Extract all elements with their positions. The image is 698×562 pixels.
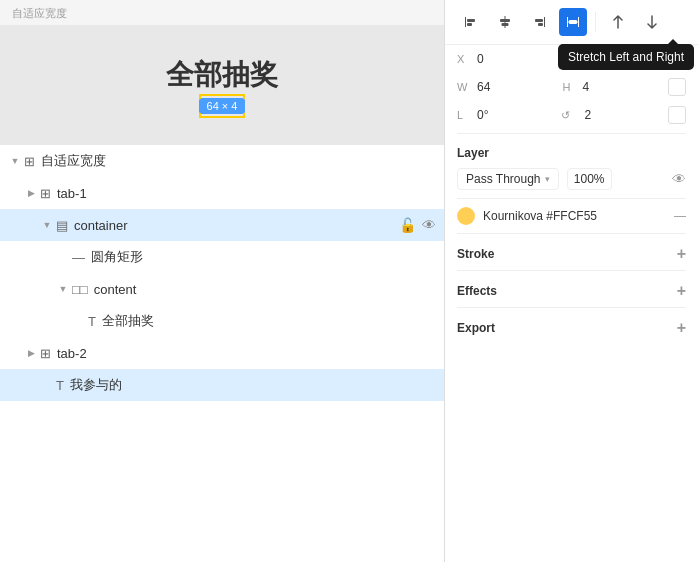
layer-name-text2: 我参与的 — [70, 376, 436, 394]
fill-name: Kournikova #FFCF55 — [483, 209, 666, 223]
export-title: Export — [457, 321, 495, 335]
layer-item-text1[interactable]: T全部抽奖 — [0, 305, 444, 337]
h-value[interactable]: 4 — [583, 80, 661, 94]
divider-3 — [457, 233, 686, 234]
layer-icon-text2: T — [56, 378, 64, 393]
blend-mode-chevron: ▾ — [545, 174, 550, 184]
blend-mode-select[interactable]: Pass Through ▾ — [457, 168, 559, 190]
w-value[interactable]: 64 — [477, 80, 555, 94]
svg-rect-8 — [538, 23, 543, 26]
layer-name-text1: 全部抽奖 — [102, 312, 436, 330]
fill-row[interactable]: Kournikova #FFCF55 — — [445, 203, 698, 229]
svg-rect-6 — [544, 17, 545, 27]
layer-action-container[interactable]: 👁 — [422, 217, 436, 233]
align-center-h-button[interactable] — [491, 8, 519, 36]
alignment-toolbar: Stretch Left and Right — [445, 0, 698, 45]
divider-4 — [457, 270, 686, 271]
layer-name-rect: 圆角矩形 — [91, 248, 436, 266]
l-value[interactable]: 0° — [477, 108, 553, 122]
layer-name-root: 自适应宽度 — [41, 152, 436, 170]
opacity-field[interactable]: 100% — [567, 168, 612, 190]
layer-item-content[interactable]: □□content — [0, 273, 444, 305]
layer-item-text2[interactable]: T我参与的 — [0, 369, 444, 401]
layer-icon-container: ▤ — [56, 218, 68, 233]
svg-rect-2 — [467, 23, 472, 26]
divider-5 — [457, 307, 686, 308]
effects-title: Effects — [457, 284, 497, 298]
svg-rect-4 — [500, 19, 510, 22]
l-label: L — [457, 109, 469, 121]
canvas-content: 全部抽奖 64 × 4 — [166, 56, 278, 114]
layer-icon-content: □□ — [72, 282, 88, 297]
position-l-row: L 0° ↺ 2 — [445, 101, 698, 129]
layer-icon-root: ⊞ — [24, 154, 35, 169]
svg-rect-7 — [535, 19, 543, 22]
layer-icon-tab1: ⊞ — [40, 186, 51, 201]
blend-mode-row[interactable]: Pass Through ▾ 100% 👁 — [445, 164, 698, 194]
layer-name-content: content — [94, 282, 436, 297]
stroke-add-button[interactable]: + — [677, 246, 686, 262]
svg-rect-0 — [465, 17, 466, 27]
align-right-button[interactable] — [525, 8, 553, 36]
effects-section-header: Effects + — [445, 275, 698, 303]
layer-section-header: Layer — [445, 138, 698, 164]
r-value[interactable]: 2 — [585, 108, 661, 122]
canvas-badge: 64 × 4 — [199, 98, 246, 114]
effects-add-button[interactable]: + — [677, 283, 686, 299]
canvas-title: 全部抽奖 — [166, 56, 278, 94]
stretch-tooltip: Stretch Left and Right — [558, 44, 694, 70]
constrain-icon[interactable] — [668, 78, 686, 96]
svg-rect-1 — [467, 19, 475, 22]
layer-item-tab1[interactable]: ⊞tab-1 — [0, 177, 444, 209]
align-left-button[interactable] — [457, 8, 485, 36]
layer-name-tab2: tab-2 — [57, 346, 436, 361]
fill-dash: — — [674, 209, 686, 223]
position-wh-row: W 64 H 4 — [445, 73, 698, 101]
layer-item-root[interactable]: ⊞自适应宽度 — [0, 145, 444, 177]
canvas-area: 全部抽奖 64 × 4 — [0, 25, 444, 145]
fill-color-swatch[interactable] — [457, 207, 475, 225]
fullscreen-icon[interactable] — [668, 106, 686, 124]
layer-tree: ⊞自适应宽度⊞tab-1▤container🔓👁—圆角矩形□□contentT全… — [0, 145, 444, 562]
export-section-header: Export + — [445, 312, 698, 340]
divider-2 — [457, 198, 686, 199]
layer-icon-rect: — — [72, 250, 85, 265]
layer-item-container[interactable]: ▤container🔓👁 — [0, 209, 444, 241]
layer-icon-tab2: ⊞ — [40, 346, 51, 361]
move-down-button[interactable] — [638, 8, 666, 36]
visibility-toggle[interactable]: 👁 — [672, 171, 686, 187]
layer-action-container[interactable]: 🔓 — [399, 217, 416, 233]
radius-label: ↺ — [561, 109, 577, 122]
stretch-horizontal-button[interactable] — [559, 8, 587, 36]
layer-title: Layer — [457, 146, 489, 160]
stroke-title: Stroke — [457, 247, 494, 261]
layer-item-rect[interactable]: —圆角矩形 — [0, 241, 444, 273]
layer-name-tab1: tab-1 — [57, 186, 436, 201]
stroke-section-header: Stroke + — [445, 238, 698, 266]
svg-rect-11 — [569, 20, 577, 24]
move-up-button[interactable] — [604, 8, 632, 36]
layer-name-container: container — [74, 218, 399, 233]
right-panel: Stretch Left and Right X 0 W 64 H 4 L 0°… — [445, 0, 698, 562]
h-label: H — [563, 81, 575, 93]
layer-item-tab2[interactable]: ⊞tab-2 — [0, 337, 444, 369]
divider-1 — [457, 133, 686, 134]
blend-mode-value: Pass Through — [466, 172, 541, 186]
panel-title: 自适应宽度 — [0, 0, 444, 25]
export-add-button[interactable]: + — [677, 320, 686, 336]
svg-rect-5 — [502, 23, 509, 26]
w-label: W — [457, 81, 469, 93]
left-panel: 自适应宽度 全部抽奖 64 × 4 ⊞自适应宽度⊞tab-1▤container… — [0, 0, 445, 562]
layer-icon-text1: T — [88, 314, 96, 329]
x-label: X — [457, 53, 469, 65]
